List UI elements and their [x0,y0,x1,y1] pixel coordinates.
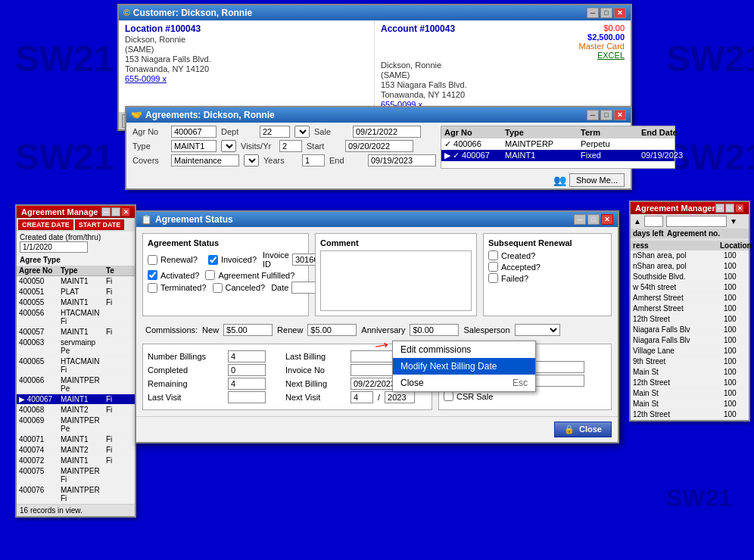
arrow-down-icon[interactable]: ▼ [730,217,737,226]
addr-row-14[interactable]: Main St100 [631,388,749,399]
close-menu-item[interactable]: Close Esc [393,375,535,391]
renew-commission-input[interactable] [307,324,357,336]
agr-right-close[interactable]: ✕ [735,204,744,213]
renewal-checkbox[interactable] [148,255,157,265]
days-left-input[interactable] [644,216,663,227]
agr-left-row-400051[interactable]: 400051PLATFi [17,287,135,297]
type-dropdown[interactable] [221,140,236,152]
addr-row-6[interactable]: Amherst Street100 [631,303,749,314]
agr-status-restore[interactable]: □ [587,214,600,225]
completed-input[interactable] [228,364,266,376]
years-input[interactable] [302,154,325,166]
dept-dropdown[interactable] [294,126,310,138]
next-visit-month-input[interactable] [351,391,373,403]
comment-textarea[interactable] [320,250,472,311]
agr-manager-min[interactable]: ─ [101,207,111,216]
close-button[interactable]: ✕ [614,8,626,18]
close-icon: 🔒 [564,425,575,434]
remaining-input[interactable] [228,378,266,390]
agr-left-row-400063[interactable]: 400063servmainp Pe [17,338,135,356]
addr-row-16[interactable]: 12th Street100 [631,409,749,420]
addr-row-15[interactable]: Main St100 [631,399,749,409]
agr-manager-close[interactable]: ✕ [121,207,130,216]
addr-row-5[interactable]: Amherst Street100 [631,293,749,303]
start-input[interactable] [345,140,413,152]
invoiced-checkbox[interactable] [208,255,218,265]
agr-no-input[interactable] [171,126,217,138]
agr-manager-max[interactable]: □ [111,207,120,216]
new-commission-input[interactable] [223,324,273,336]
agr-left-row-400056[interactable]: 400056HTACMAIN Fi [17,308,135,327]
addr-row-13[interactable]: 12th Street100 [631,378,749,388]
location-phone[interactable]: 655-0099 x [125,74,167,83]
edit-commissions-item[interactable]: Edit commissions [393,341,535,358]
fulfilled-checkbox[interactable] [205,270,215,280]
addr-row-10[interactable]: Village Lane100 [631,346,749,356]
csr-sale-checkbox[interactable] [444,391,453,401]
agr-left-row-400074[interactable]: 400074MAINT2Fi [17,445,135,456]
agr-left-row-400069[interactable]: 400069MAINTPER Pe [17,415,135,434]
agreement-no-input[interactable] [666,216,727,227]
failed-checkbox[interactable] [488,273,498,283]
agr-left-row-400068[interactable]: 400068MAINT2Fi [17,405,135,415]
covers-input[interactable] [171,154,239,166]
agr-status-close-btn[interactable]: 🔒 Close [554,422,612,437]
watermark-3: SW21 [15,136,114,178]
addr-row-1[interactable]: nShan area, pol100 [631,250,749,261]
covers-dropdown[interactable] [244,154,259,166]
num-billings-input[interactable] [228,350,266,362]
agr-left-row-400066[interactable]: 400066MAINTPER Pe [17,375,135,394]
last-visit-input[interactable] [228,391,266,403]
anniversary-input[interactable] [410,324,459,336]
agr-left-row-400057[interactable]: 400057MAINT1Fi [17,327,135,338]
salesperson-select[interactable] [515,324,560,336]
dept-input[interactable] [260,126,290,138]
create-date-button[interactable]: CREATE DATE [18,219,73,230]
agr-left-row-400050[interactable]: 400050MAINT1Fi [17,276,135,287]
agr-left-row-400076[interactable]: 400076MAINTPER Fi [17,485,135,504]
arrow-up-icon[interactable]: ▲ [634,217,641,226]
addr-row-4[interactable]: w 54th street100 [631,282,749,293]
next-visit-year-input[interactable] [385,391,415,403]
agr-row-400067[interactable]: ▶ ✓ 400067 MAINT1 Fixed 09/19/2023 [441,150,675,161]
years-label: Years [263,156,298,165]
agreements-minimize[interactable]: ─ [587,110,599,120]
terminated-checkbox[interactable] [148,283,157,293]
show-me-button[interactable]: Show Me... [569,173,625,187]
date-filter-input[interactable] [20,241,88,253]
agr-right-min[interactable]: ─ [715,204,724,213]
type-input[interactable] [171,140,217,152]
agr-status-min[interactable]: ─ [574,214,586,225]
modify-next-billing-item[interactable]: Modify Next Billing Date [393,358,535,375]
addr-row-7[interactable]: 12th Street100 [631,314,749,325]
addr-row-3[interactable]: Southside Blvd.100 [631,272,749,282]
visits-input[interactable] [279,140,302,152]
excel-link[interactable]: EXCEL [578,51,625,60]
maximize-button[interactable]: □ [600,8,612,18]
agr-left-row-400071[interactable]: 400071MAINT1Fi [17,434,135,445]
activated-checkbox[interactable] [148,270,157,280]
agr-left-row-400072[interactable]: 400072MAINT1Fi [17,456,135,466]
addr-row-12[interactable]: Main St100 [631,367,749,378]
minimize-button[interactable]: ─ [587,8,599,18]
agr-left-row-400055[interactable]: 400055MAINT1Fi [17,297,135,308]
created-checkbox[interactable] [488,250,498,260]
agr-status-close-x[interactable]: ✕ [601,214,613,225]
agr-status-footer: 🔒 Close [136,416,618,442]
agr-right-max[interactable]: □ [725,204,734,213]
agr-left-row-400075[interactable]: 400075MAINTPER Fi [17,466,135,485]
sale-input[interactable] [353,126,421,138]
agr-left-row-400067[interactable]: ▶ 400067MAINT1Fi [17,394,135,405]
start-date-button[interactable]: START DATE [75,219,125,230]
addr-row-9[interactable]: Niagara Falls Blv100 [631,335,749,346]
end-input[interactable] [368,154,436,166]
agreements-maximize[interactable]: □ [600,110,612,120]
agr-left-row-400065[interactable]: 400065HTACMAIN Fi [17,356,135,375]
addr-row-2[interactable]: nShan area, pol100 [631,261,749,272]
addr-row-11[interactable]: 9th Street100 [631,356,749,367]
agr-row-400066[interactable]: ✓ 400066 MAINTPERP Perpetu [441,138,675,150]
agreements-close[interactable]: ✕ [614,110,626,120]
accepted-checkbox[interactable] [488,262,498,272]
canceled-checkbox[interactable] [213,283,223,293]
addr-row-8[interactable]: Niagara Falls Blv100 [631,325,749,335]
